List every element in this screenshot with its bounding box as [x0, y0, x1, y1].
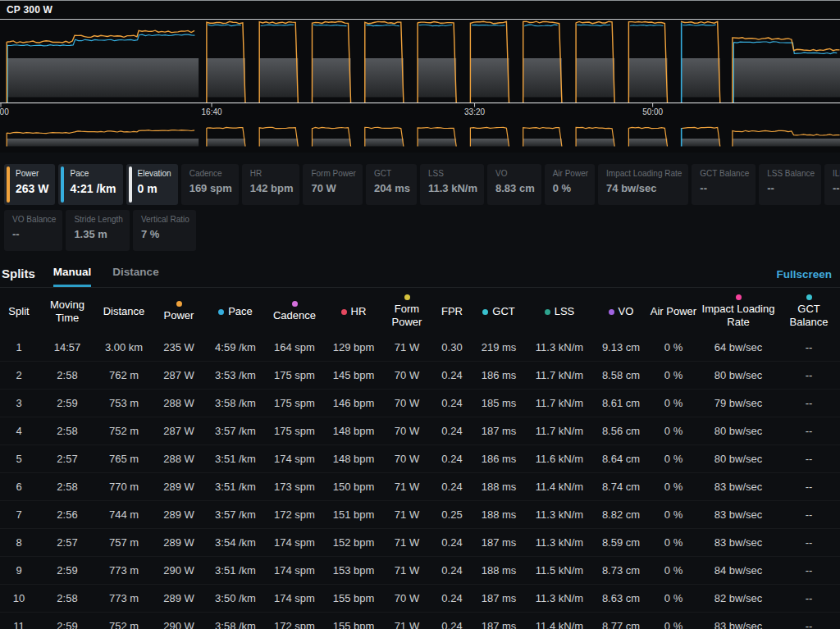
split-row-6[interactable]: 62:58770 m289 W3:51 /km173 spm150 bpm71 … [0, 473, 840, 501]
metric-value: 8.83 cm [495, 182, 535, 194]
cell: 288 W [151, 445, 207, 473]
column-header-form-power: Form Power [382, 289, 431, 334]
column-header-lss: LSS [525, 289, 594, 334]
column-header-pace: Pace [207, 289, 264, 334]
split-row-4[interactable]: 42:58752 m287 W3:57 /km175 spm148 bpm70 … [0, 417, 840, 445]
metric-label: LSS [428, 169, 477, 178]
cell: 8.74 cm [594, 473, 648, 501]
cell: 11.7 kN/m [525, 390, 594, 417]
metric-tile-ilr-balance[interactable]: ILR Balance-- [824, 164, 840, 205]
cell: 188 ms [472, 557, 525, 585]
metric-value: 1.35 m [74, 228, 123, 240]
cell: 11.3 kN/m [525, 501, 594, 529]
cell: 71 W [382, 473, 431, 501]
split-row-2[interactable]: 22:58762 m287 W3:53 /km175 spm145 bpm70 … [0, 362, 840, 390]
cell: 3:51 /km [207, 445, 264, 473]
cell: 2:57 [38, 445, 97, 473]
cell: 287 W [151, 362, 207, 390]
cell: 765 m [97, 445, 151, 473]
cell: -- [778, 390, 840, 417]
split-row-11[interactable]: 112:59752 m290 W3:58 /km172 spm155 bpm71… [0, 613, 840, 629]
split-row-7[interactable]: 72:56744 m289 W3:57 /km172 spm151 bpm71 … [0, 501, 840, 529]
hr-series-dot-icon [341, 309, 347, 315]
metric-tile-pace[interactable]: Pace4:21 /km [58, 164, 122, 205]
metric-tile-impact-loading-rate[interactable]: Impact Loading Rate74 bw/sec [598, 164, 688, 205]
metric-tile-form-power[interactable]: Form Power70 W [303, 164, 362, 205]
cell: 2:59 [38, 390, 97, 417]
cell: 0.24 [431, 445, 472, 473]
metric-tile-gct-balance[interactable]: GCT Balance-- [692, 164, 756, 205]
cell: 8 [0, 529, 38, 557]
fullscreen-button[interactable]: Fullscreen [776, 268, 832, 287]
metric-label: Air Power [553, 169, 588, 178]
metric-label: LSS Balance [767, 169, 815, 178]
cell: 2:57 [38, 529, 97, 557]
cell: 0.24 [431, 390, 472, 417]
split-row-3[interactable]: 32:59753 m288 W3:58 /km175 spm146 bpm70 … [0, 390, 840, 417]
gct-balance-series-dot-icon [806, 294, 812, 300]
metric-tile-lss-balance[interactable]: LSS Balance-- [759, 164, 821, 205]
chart-header: CP 300 W [0, 1, 840, 20]
cell: 172 spm [264, 613, 325, 629]
cell: 14:57 [38, 334, 97, 362]
metric-label: Impact Loading Rate [606, 169, 682, 178]
cell: 773 m [97, 557, 151, 585]
metric-label: GCT [374, 169, 410, 178]
activity-overview-chart[interactable] [0, 125, 840, 153]
metric-tiles-row-2: VO Balance--Stride Length1.35 mVertical … [0, 210, 840, 251]
tab-distance[interactable]: Distance [112, 266, 158, 287]
cell: 290 W [151, 613, 207, 629]
split-row-1[interactable]: 114:573.00 km235 W4:59 /km164 spm129 bpm… [0, 334, 840, 362]
impact-loading-rate-series-dot-icon [736, 294, 742, 300]
metric-tile-power[interactable]: Power263 W [4, 164, 55, 205]
split-row-10[interactable]: 102:58773 m289 W3:50 /km174 spm155 bpm70… [0, 585, 840, 613]
metric-tile-vo[interactable]: VO8.83 cm [487, 164, 541, 205]
cell: 155 bpm [325, 613, 382, 629]
cell: 0.25 [431, 501, 472, 529]
activity-main-chart[interactable]: 0:0016:4033:2050:00 [0, 20, 840, 120]
cell: 174 spm [264, 585, 325, 613]
cell: 70 W [382, 390, 431, 417]
cell: 0 % [648, 613, 699, 629]
metric-tile-elevation[interactable]: Elevation0 m [126, 164, 178, 205]
cell: -- [778, 557, 840, 585]
cell: 186 ms [472, 445, 525, 473]
pace-series-dot-icon [218, 309, 224, 315]
tab-manual[interactable]: Manual [53, 266, 92, 287]
cell: 8.77 cm [594, 613, 648, 629]
x-axis-tick-33-20: 33:20 [464, 107, 485, 116]
split-row-9[interactable]: 92:59773 m290 W3:51 /km174 spm153 bpm71 … [0, 557, 840, 585]
metric-label: Cadence [189, 169, 232, 178]
cell: 752 m [97, 417, 151, 445]
column-label: Impact Loading Rate [700, 303, 777, 330]
cell: 70 W [382, 362, 431, 390]
split-row-5[interactable]: 52:57765 m288 W3:51 /km174 spm148 bpm70 … [0, 445, 840, 473]
metric-tile-lss[interactable]: LSS11.3 kN/m [420, 164, 484, 205]
metric-value: -- [833, 182, 840, 194]
metric-value: 142 bpm [250, 182, 294, 194]
cell: 762 m [97, 362, 151, 390]
table-header-row: SplitMoving TimeDistancePowerPaceCadence… [0, 289, 840, 334]
metric-value: 7 % [141, 228, 189, 240]
cell: 71 W [382, 613, 431, 629]
cell: -- [778, 362, 840, 390]
metric-tile-cadence[interactable]: Cadence169 spm [181, 164, 239, 205]
cell: 174 spm [264, 445, 325, 473]
cell: 3:51 /km [207, 557, 264, 585]
split-row-8[interactable]: 82:57757 m289 W3:54 /km174 spm152 bpm71 … [0, 529, 840, 557]
cell: 235 W [151, 334, 207, 362]
cell: 8.56 cm [594, 417, 648, 445]
cell: 11.5 kN/m [525, 557, 594, 585]
metric-tile-air-power[interactable]: Air Power0 % [545, 164, 595, 205]
cell: 752 m [97, 613, 151, 629]
cell: 3:50 /km [207, 585, 264, 613]
cell: 2:59 [38, 557, 97, 585]
metric-tile-vertical-ratio[interactable]: Vertical Ratio7 % [133, 210, 196, 251]
metric-tile-vo-balance[interactable]: VO Balance-- [4, 210, 62, 251]
cell: 11.3 kN/m [525, 334, 594, 362]
metric-tile-hr[interactable]: HR142 bpm [242, 164, 300, 205]
powercenter-analysis-page: { "chart": { "cp_label": "CP 300 W", "x_… [0, 0, 840, 629]
metric-tile-stride-length[interactable]: Stride Length1.35 m [66, 210, 130, 251]
cell: 3:57 /km [207, 501, 264, 529]
metric-tile-gct[interactable]: GCT204 ms [366, 164, 417, 205]
